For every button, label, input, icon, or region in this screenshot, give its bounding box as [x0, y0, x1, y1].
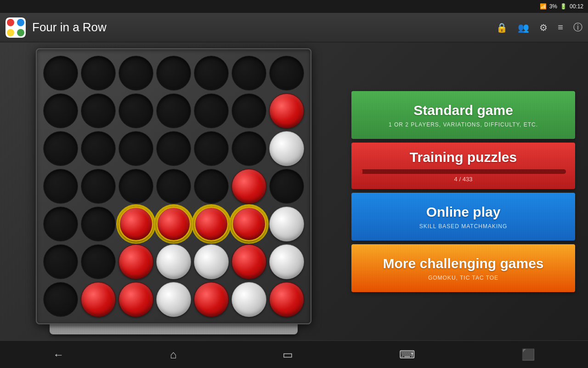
top-bar-actions: 🔒 👥 ⚙ ≡ ⓘ	[496, 21, 582, 34]
online-play-title: Online play	[426, 204, 501, 220]
svg-point-2	[17, 19, 24, 26]
equalizer-icon[interactable]: ⚙	[539, 22, 548, 33]
cell	[81, 131, 116, 166]
main-area: Standard game 1 OR 2 PLAYERS, VARIATIONS…	[0, 42, 588, 340]
cell-white	[156, 282, 191, 317]
cell	[43, 56, 78, 91]
info-icon[interactable]: ⓘ	[573, 21, 582, 34]
filter-icon[interactable]: ≡	[558, 22, 563, 33]
training-puzzles-button[interactable]: Training puzzles 4 / 433	[351, 143, 575, 189]
cell	[232, 93, 266, 128]
cell-red	[232, 169, 266, 204]
training-puzzles-title: Training puzzles	[410, 149, 517, 166]
cell-red	[269, 282, 304, 317]
svg-point-1	[7, 19, 14, 26]
cell	[81, 56, 116, 91]
standard-game-title: Standard game	[413, 102, 513, 119]
cell-red	[269, 93, 304, 128]
training-progress-fill	[361, 169, 362, 174]
app-title: Four in a Row	[32, 20, 496, 34]
battery-percent: 3%	[549, 3, 557, 10]
online-play-button[interactable]: Online play SKILL BASED MATCHMAKING	[351, 193, 575, 241]
cell-white	[269, 131, 304, 166]
board-row	[43, 131, 304, 166]
more-games-button[interactable]: More challenging games GOMOKU, TIC TAC T…	[351, 244, 575, 292]
cell-white	[156, 244, 191, 279]
cell	[156, 93, 191, 128]
cell	[43, 93, 78, 128]
cell	[43, 207, 78, 242]
cell-red-highlight	[194, 207, 229, 242]
recents-button[interactable]: ▭	[273, 345, 302, 365]
cell	[119, 131, 153, 166]
more-games-subtitle: GOMOKU, TIC TAC TOE	[428, 275, 498, 281]
cell-red-highlight	[156, 207, 191, 242]
board-row	[43, 282, 304, 317]
lock-icon[interactable]: 🔒	[496, 22, 508, 33]
online-play-subtitle: SKILL BASED MATCHMAKING	[419, 223, 508, 230]
cell	[194, 56, 229, 91]
cell	[43, 169, 78, 204]
cell	[232, 131, 266, 166]
svg-point-4	[17, 29, 24, 36]
board-row	[43, 244, 304, 279]
home-button[interactable]: ⌂	[161, 345, 186, 365]
board-stand	[50, 324, 298, 334]
cell	[81, 244, 116, 279]
cell	[269, 56, 304, 91]
standard-game-button[interactable]: Standard game 1 OR 2 PLAYERS, VARIATIONS…	[351, 91, 575, 139]
top-bar: Four in a Row 🔒 👥 ⚙ ≡ ⓘ	[0, 13, 588, 42]
cell	[81, 93, 116, 128]
cell	[194, 169, 229, 204]
board-row	[43, 56, 304, 91]
svg-point-3	[7, 29, 14, 36]
input-button[interactable]: ⌨	[390, 345, 424, 365]
cell-red-highlight	[232, 207, 266, 242]
cell	[194, 131, 229, 166]
people-icon[interactable]: 👥	[518, 22, 529, 33]
app-icon	[6, 17, 26, 38]
split-button[interactable]: ⬛	[512, 345, 544, 365]
board-wrapper	[36, 48, 311, 334]
cell	[269, 169, 304, 204]
more-games-title: More challenging games	[383, 255, 543, 272]
right-panel: Standard game 1 OR 2 PLAYERS, VARIATIONS…	[347, 42, 588, 340]
cell	[156, 131, 191, 166]
cell	[81, 169, 116, 204]
board-container	[0, 42, 347, 340]
cell-white	[232, 282, 266, 317]
cell	[81, 207, 116, 242]
cell-red-highlight	[119, 207, 153, 242]
cell	[43, 244, 78, 279]
cell-white	[194, 244, 229, 279]
cell-red	[81, 282, 116, 317]
cell	[119, 93, 153, 128]
cell	[156, 56, 191, 91]
cell-red	[194, 282, 229, 317]
cell	[119, 169, 153, 204]
back-button[interactable]: ←	[44, 345, 73, 365]
cell	[43, 282, 78, 317]
status-bar: 📶 3% 🔋 00:12	[0, 0, 588, 13]
standard-game-subtitle: 1 OR 2 PLAYERS, VARIATIONS, DIFFICULTY, …	[389, 121, 538, 128]
cell-white	[269, 207, 304, 242]
cell	[156, 169, 191, 204]
board-row	[43, 207, 304, 242]
board-row	[43, 93, 304, 128]
game-board	[36, 48, 311, 324]
cell	[194, 93, 229, 128]
cell	[232, 56, 266, 91]
cell-red	[119, 282, 153, 317]
cell	[43, 131, 78, 166]
nav-bar: ← ⌂ ▭ ⌨ ⬛	[0, 340, 588, 368]
training-progress-text: 4 / 433	[454, 176, 473, 183]
wifi-icon: 📶	[540, 3, 547, 10]
cell-red	[119, 244, 153, 279]
battery-icon: 🔋	[560, 3, 567, 10]
board-row	[43, 169, 304, 204]
cell-red	[232, 244, 266, 279]
cell	[119, 56, 153, 91]
cell-white	[269, 244, 304, 279]
training-progress-bar	[361, 169, 566, 174]
time-display: 00:12	[570, 3, 583, 10]
